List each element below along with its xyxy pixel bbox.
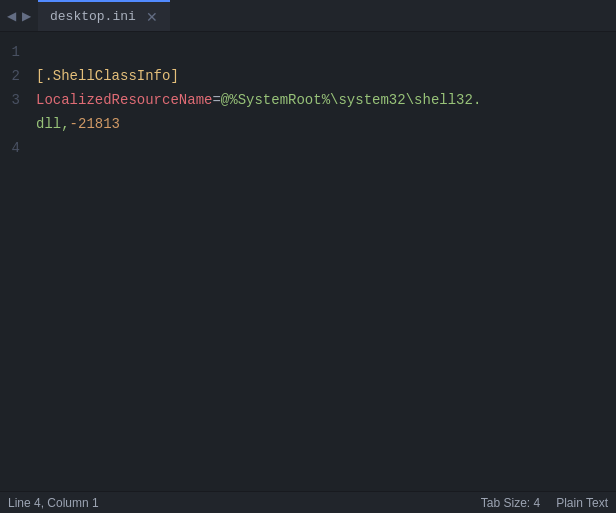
- cursor-position: Line 4, Column 1: [8, 496, 99, 510]
- token-equals: =: [212, 88, 220, 112]
- token-number: -21813: [70, 112, 120, 136]
- tab-scroll-right-button[interactable]: ▶: [19, 8, 34, 24]
- tab-close-button[interactable]: ✕: [144, 10, 160, 24]
- editor-area: 1 2 3 4 [.ShellClassInfo] LocalizedResou…: [0, 32, 616, 491]
- line-number-2: 2: [8, 64, 20, 88]
- tab-bar: ◀ ▶ desktop.ini ✕: [0, 0, 616, 32]
- code-editor[interactable]: [.ShellClassInfo] LocalizedResourceName=…: [32, 32, 602, 491]
- line-number-1: 1: [8, 40, 20, 64]
- code-line-3b: dll,-21813: [36, 112, 602, 136]
- tab-scroll-left-button[interactable]: ◀: [4, 8, 19, 24]
- language-mode[interactable]: Plain Text: [556, 496, 608, 510]
- code-line-2: [.ShellClassInfo]: [36, 64, 602, 88]
- file-tab[interactable]: desktop.ini ✕: [38, 0, 170, 31]
- status-right-group: Tab Size: 4 Plain Text: [481, 496, 608, 510]
- code-line-4: [36, 136, 602, 160]
- status-bar: Line 4, Column 1 Tab Size: 4 Plain Text: [0, 491, 616, 513]
- line-numbers: 1 2 3 4: [0, 32, 32, 491]
- code-line-1: [36, 40, 602, 64]
- tab-bar-arrows: ◀ ▶: [0, 8, 38, 24]
- token-value: @%SystemRoot%\system32\shell32.: [221, 88, 481, 112]
- line-number-4: 4: [8, 136, 20, 160]
- code-line-3a: LocalizedResourceName=@%SystemRoot%\syst…: [36, 88, 602, 112]
- line-number-3: 3: [8, 88, 20, 112]
- tab-size[interactable]: Tab Size: 4: [481, 496, 540, 510]
- right-scrollbar-area: [602, 32, 616, 491]
- tab-title: desktop.ini: [50, 9, 136, 24]
- token-key: LocalizedResourceName: [36, 88, 212, 112]
- token-section: [.ShellClassInfo]: [36, 64, 179, 88]
- token-value-cont: dll,: [36, 112, 70, 136]
- line-number-3b: [8, 112, 20, 136]
